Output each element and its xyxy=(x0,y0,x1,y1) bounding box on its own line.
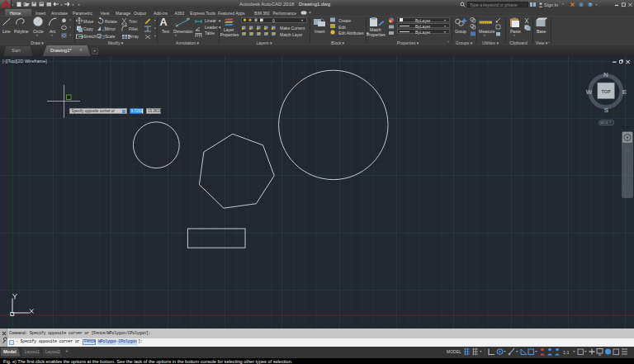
svg-text:?: ? xyxy=(589,2,592,7)
svg-text:TOP: TOP xyxy=(601,89,611,94)
svg-text:S: S xyxy=(604,106,609,114)
svg-text:N: N xyxy=(603,71,608,78)
svg-text:1:1: 1:1 xyxy=(563,350,570,355)
svg-text:E: E xyxy=(622,88,627,96)
svg-text:W: W xyxy=(586,88,593,96)
